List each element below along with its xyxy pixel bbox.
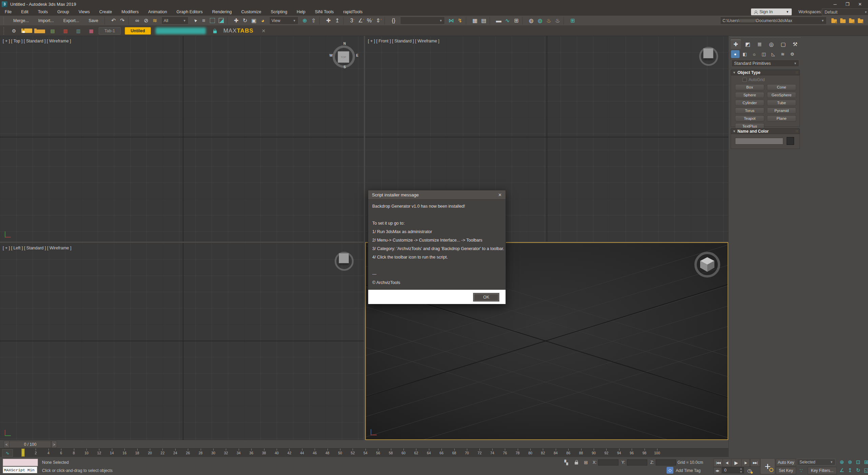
current-frame-spinner[interactable]: 0 ▲▼ — [722, 467, 744, 473]
merge-button[interactable]: Merge... — [8, 17, 34, 25]
project-folder-link-icon[interactable] — [849, 19, 854, 23]
pyramid-button[interactable]: Pyramid — [767, 108, 796, 114]
go-to-start-button[interactable]: |◀◀ — [713, 459, 723, 467]
cone-button[interactable]: Cone — [767, 84, 796, 90]
add-time-tag-icon[interactable]: ◇ — [667, 467, 673, 474]
select-and-manipulate-icon[interactable]: ✚ — [324, 17, 333, 25]
viewcube-north[interactable]: N — [343, 42, 346, 45]
select-and-move-icon[interactable]: ✚ — [232, 17, 241, 25]
object-type-rollout-header[interactable]: ▼ Object Type ∷ — [731, 70, 800, 75]
viewport-top-label[interactable]: [ + ] [ Top ] [ Standard ] [ Wireframe ] — [3, 39, 71, 43]
menu-modifiers[interactable]: Modifiers — [117, 8, 143, 16]
z-coord-field[interactable] — [656, 459, 676, 466]
untiled-tab-button[interactable]: Untiled — [125, 27, 151, 35]
tab-create-icon[interactable]: ✚ — [731, 39, 741, 49]
import-button[interactable]: Import... — [34, 17, 59, 25]
use-pivot-point-center-icon[interactable]: ⊕ — [300, 17, 309, 25]
project-folder-export-icon[interactable] — [858, 19, 863, 23]
previous-frame-arrow[interactable]: < — [4, 441, 9, 448]
menu-sini-tools[interactable]: SiNi Tools — [310, 8, 338, 16]
export-button[interactable]: Export... — [59, 17, 84, 25]
maxtabs-clipboard-red-icon[interactable]: ▥ — [60, 27, 71, 35]
menu-group[interactable]: Group — [53, 8, 74, 16]
select-and-place-icon[interactable]: ◕ — [258, 17, 267, 25]
viewport-front-label[interactable]: [ + ] [ Front ] [ Standard ] [ Wireframe… — [368, 39, 439, 43]
zoom-extents-all-icon[interactable]: ⊞ — [863, 459, 868, 466]
maxtabs-script-icon[interactable]: ▤ — [47, 27, 58, 35]
dialog-close-icon[interactable]: ✕ — [498, 192, 502, 197]
viewport-left[interactable]: [ + ] [ Left ] [ Standard ] [ Wireframe … — [0, 243, 364, 440]
next-frame-arrow[interactable]: > — [51, 441, 57, 448]
track-bar[interactable]: ∿ 02468101214161820222426283032343638404… — [0, 448, 728, 457]
plane-button[interactable]: Plane — [767, 115, 796, 121]
reference-coordinate-dropdown[interactable]: View ▼ — [269, 17, 298, 24]
field-of-view-icon[interactable]: ∠ — [838, 467, 846, 474]
autogrid-checkbox-row[interactable]: AutoGrid — [743, 77, 765, 82]
geosphere-button[interactable]: GeoSphere — [767, 92, 796, 98]
spinner-snap-icon[interactable]: ⇕ — [374, 17, 383, 25]
tab-hierarchy-icon[interactable]: ≣ — [754, 39, 765, 49]
align-icon[interactable]: ↯ — [456, 17, 465, 25]
key-filters-paw-icon[interactable]: ∵ — [797, 467, 805, 474]
autogrid-checkbox[interactable] — [743, 78, 747, 82]
menu-tools[interactable]: Tools — [33, 8, 53, 16]
curve-editor-icon[interactable]: ∿ — [503, 17, 512, 25]
unlink-selection-icon[interactable]: ⊘ — [142, 17, 151, 25]
snaps-toggle-3d-icon[interactable]: 3 — [348, 17, 357, 25]
close-icon[interactable]: ✕ — [262, 28, 266, 34]
time-configuration-icon[interactable]: ◷ — [746, 467, 753, 474]
set-key-button[interactable]: Set Key — [776, 467, 796, 474]
render-setup-icon[interactable]: ♨ — [545, 17, 553, 25]
save-button[interactable]: Save — [84, 17, 103, 25]
play-button[interactable]: ▶ — [731, 459, 742, 467]
viewcube[interactable] — [699, 256, 715, 272]
time-slider[interactable]: 0 / 100 — [9, 441, 51, 448]
next-frame-button[interactable]: |▶ — [741, 459, 750, 467]
edit-named-selection-sets-icon[interactable]: {} — [389, 17, 398, 25]
window-crossing-icon[interactable] — [217, 17, 226, 25]
object-color-swatch[interactable] — [787, 137, 794, 145]
viewcube-south[interactable]: S — [343, 65, 346, 69]
viewport-top[interactable]: [ + ] [ Top ] [ Standard ] [ Wireframe ]… — [0, 36, 364, 242]
maximize-button[interactable]: ❐ — [845, 2, 849, 7]
sphere-button[interactable]: Sphere — [735, 92, 764, 98]
menu-edit[interactable]: Edit — [16, 8, 33, 16]
teapot-button[interactable]: Teapot — [735, 115, 764, 121]
tab-utilities-icon[interactable]: ⚒ — [790, 39, 800, 49]
cat-shapes-icon[interactable]: ◧ — [741, 50, 749, 58]
viewcube-west[interactable]: W — [330, 54, 333, 57]
ok-button[interactable]: OK — [473, 293, 499, 302]
viewport-left-label[interactable]: [ + ] [ Left ] [ Standard ] [ Wireframe … — [3, 246, 72, 250]
viewcube[interactable] — [703, 48, 713, 58]
box-button[interactable]: Box — [735, 84, 764, 90]
blurred-tab[interactable] — [156, 27, 206, 34]
menu-help[interactable]: Help — [292, 8, 310, 16]
auto-key-button[interactable]: Auto Key — [776, 459, 796, 466]
menu-create[interactable]: Create — [95, 8, 117, 16]
keyboard-shortcut-override-icon[interactable]: ↥ — [333, 17, 342, 25]
viewcube[interactable] — [339, 253, 349, 263]
project-path-dropdown[interactable]: C:\Users\ \Documents\3dsMax ▼ — [720, 17, 827, 24]
maxscript-mini-listener[interactable] — [3, 459, 38, 466]
angle-snap-icon[interactable]: ∠ — [357, 17, 366, 25]
selection-lock-icon[interactable] — [573, 460, 580, 467]
select-and-link-icon[interactable]: ∞ — [133, 17, 142, 25]
menu-scripting[interactable]: Scripting — [266, 8, 292, 16]
maxtabs-settings-icon[interactable]: ⚙ — [8, 27, 19, 35]
rectangular-selection-region-icon[interactable] — [208, 17, 217, 25]
tube-button[interactable]: Tube — [767, 100, 796, 106]
cat-lights-icon[interactable]: ☼ — [750, 50, 758, 58]
workspace-dropdown[interactable]: Default ▼ — [822, 8, 868, 16]
maxscript-mini-listener-input[interactable]: MAXScript Min — [3, 467, 37, 473]
menu-animation[interactable]: Animation — [143, 8, 172, 16]
bind-to-space-warp-icon[interactable]: ≋ — [151, 17, 159, 25]
toggle-scene-explorer-icon[interactable]: ▦ — [471, 17, 479, 25]
dialog-title-bar[interactable]: Script installer message ✕ — [368, 190, 506, 200]
add-time-tag-label[interactable]: Add Time Tag — [676, 468, 701, 473]
cylinder-button[interactable]: Cylinder — [735, 100, 764, 106]
x-coord-field[interactable] — [598, 459, 618, 466]
close-button[interactable]: ✕ — [858, 2, 862, 7]
toggle-layer-explorer-icon[interactable]: ▤ — [479, 17, 488, 25]
selection-set-dropdown[interactable]: Selected ▼ — [797, 459, 835, 466]
object-name-field[interactable] — [735, 138, 783, 145]
